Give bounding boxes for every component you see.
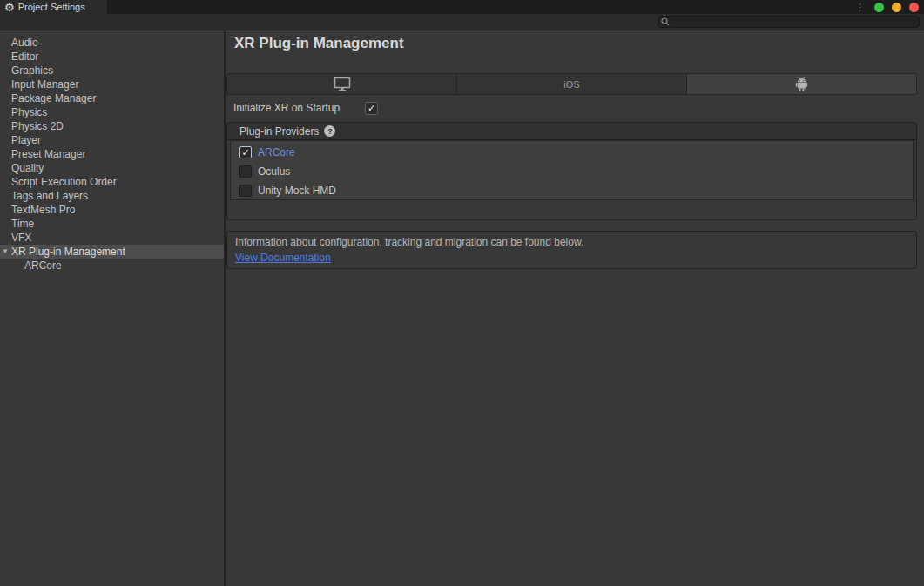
sidebar-item-graphics[interactable]: Graphics — [0, 64, 224, 77]
plugin-providers-header: Plug-in Providers ? — [227, 123, 916, 140]
info-box: Information about configuration, trackin… — [226, 231, 917, 269]
desktop-monitor-icon — [334, 77, 351, 91]
arcore-checkbox[interactable] — [239, 146, 252, 158]
provider-row-oculus: Oculus — [231, 162, 913, 181]
sidebar-item-physics[interactable]: Physics — [0, 105, 224, 119]
plugin-providers-section: Plug-in Providers ? ARCore Oculus Unity … — [226, 122, 917, 220]
search-field — [658, 16, 920, 28]
sidebar-item-audio[interactable]: Audio — [0, 36, 224, 50]
initialize-xr-label: Initialize XR on Startup — [233, 102, 365, 114]
provider-list: ARCore Oculus Unity Mock HMD — [230, 140, 914, 200]
unity-mock-hmd-label: Unity Mock HMD — [258, 185, 336, 197]
view-documentation-link[interactable]: View Documentation — [235, 252, 331, 264]
titlebar: ⚙ Project Settings ⋮ — [0, 0, 924, 14]
sidebar-item-player[interactable]: Player — [0, 133, 224, 147]
window-tab-project-settings[interactable]: ⚙ Project Settings — [0, 0, 107, 14]
initialize-xr-row: Initialize XR on Startup — [226, 101, 917, 115]
sidebar-item-quality[interactable]: Quality — [0, 161, 224, 175]
sidebar-item-arcore[interactable]: ARCore — [0, 259, 224, 273]
android-icon — [795, 77, 808, 91]
arcore-label: ARCore — [258, 146, 295, 158]
settings-main-panel: XR Plug-in Management iOS — [226, 30, 924, 586]
page-title: XR Plug-in Management — [234, 35, 404, 52]
tab-ios[interactable]: iOS — [457, 74, 687, 94]
app-body: Audio Editor Graphics Input Manager Pack… — [0, 30, 924, 586]
xr-settings-content: iOS — [226, 73, 917, 269]
window-button-yellow[interactable] — [892, 3, 901, 12]
sidebar-item-preset-manager[interactable]: Preset Manager — [0, 147, 224, 161]
sidebar-item-editor[interactable]: Editor — [0, 50, 224, 64]
oculus-label: Oculus — [258, 165, 290, 178]
provider-row-arcore: ARCore — [231, 143, 913, 162]
sidebar-item-physics-2d[interactable]: Physics 2D — [0, 119, 224, 133]
sidebar-item-time[interactable]: Time — [0, 217, 224, 231]
sidebar-item-input-manager[interactable]: Input Manager — [0, 77, 224, 91]
unity-mock-hmd-checkbox[interactable] — [239, 185, 252, 197]
window-menu-icon[interactable]: ⋮ — [853, 3, 867, 12]
tab-ios-label: iOS — [563, 79, 579, 90]
oculus-checkbox[interactable] — [239, 165, 252, 178]
sidebar-item-xr-plug-in-management[interactable]: ▼ XR Plug-in Management — [0, 245, 224, 259]
window-button-red[interactable] — [909, 3, 919, 12]
tab-desktop[interactable] — [227, 74, 457, 94]
tab-android[interactable] — [687, 74, 916, 94]
toolbar — [0, 14, 924, 30]
gear-icon: ⚙ — [4, 2, 15, 13]
help-icon[interactable]: ? — [324, 125, 335, 137]
search-icon — [661, 17, 670, 26]
platform-tabbar: iOS — [226, 73, 917, 95]
window-controls: ⋮ — [853, 0, 919, 14]
search-input[interactable] — [658, 16, 920, 28]
sidebar-item-tags-and-layers[interactable]: Tags and Layers — [0, 189, 224, 203]
expander-triangle-icon[interactable]: ▼ — [2, 245, 9, 259]
sidebar-item-script-execution-order[interactable]: Script Execution Order — [0, 175, 224, 189]
info-text: Information about configuration, trackin… — [235, 236, 908, 248]
window-tab-label: Project Settings — [18, 2, 85, 12]
plugin-providers-title: Plug-in Providers — [239, 125, 319, 138]
initialize-xr-checkbox[interactable] — [365, 102, 378, 115]
sidebar-item-vfx[interactable]: VFX — [0, 231, 224, 245]
provider-row-unity-mock-hmd: Unity Mock HMD — [231, 181, 913, 200]
settings-sidebar: Audio Editor Graphics Input Manager Pack… — [0, 30, 226, 586]
sidebar-item-package-manager[interactable]: Package Manager — [0, 91, 224, 105]
window-button-green[interactable] — [874, 3, 884, 12]
sidebar-item-textmesh-pro[interactable]: TextMesh Pro — [0, 203, 224, 217]
